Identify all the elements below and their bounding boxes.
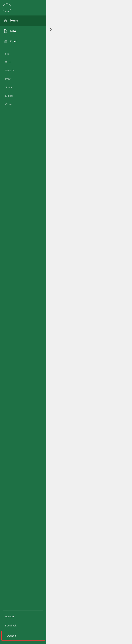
top-divider [3, 48, 43, 48]
sidebar-subitem-print[interactable]: Print [0, 75, 46, 83]
sidebar-item-open-label: Open [10, 40, 17, 43]
sidebar-item-options[interactable]: Options [1, 631, 45, 640]
sidebar-item-open[interactable]: Open [0, 36, 46, 46]
sidebar-item-home[interactable]: Home [0, 16, 46, 26]
back-arrow-icon: ← [5, 6, 8, 10]
new-file-icon [3, 29, 7, 33]
sidebar: ← Home New Open [0, 0, 46, 644]
folder-open-icon [3, 39, 7, 43]
sidebar-item-home-label: Home [10, 19, 18, 22]
sidebar-subitem-export[interactable]: Export [0, 92, 46, 100]
sidebar-subitem-save[interactable]: Save [0, 58, 46, 66]
bottom-section: Account Feedback Options [0, 609, 46, 644]
sidebar-subitem-save-as[interactable]: Save As [0, 66, 46, 75]
sidebar-subitem-close[interactable]: Close [0, 100, 46, 108]
sidebar-spacer [0, 108, 46, 609]
sidebar-item-new[interactable]: New [0, 26, 46, 36]
sidebar-subitem-info[interactable]: Info [0, 50, 46, 58]
right-panel: ❯ [46, 0, 132, 644]
home-icon [3, 18, 7, 23]
chevron-icon: ❯ [48, 27, 53, 32]
back-button[interactable]: ← [2, 4, 11, 12]
sidebar-subitem-share[interactable]: Share [0, 83, 46, 92]
sidebar-item-account[interactable]: Account [0, 612, 46, 621]
sidebar-item-new-label: New [10, 30, 16, 32]
bottom-divider [3, 610, 43, 610]
sidebar-item-feedback[interactable]: Feedback [0, 621, 46, 630]
